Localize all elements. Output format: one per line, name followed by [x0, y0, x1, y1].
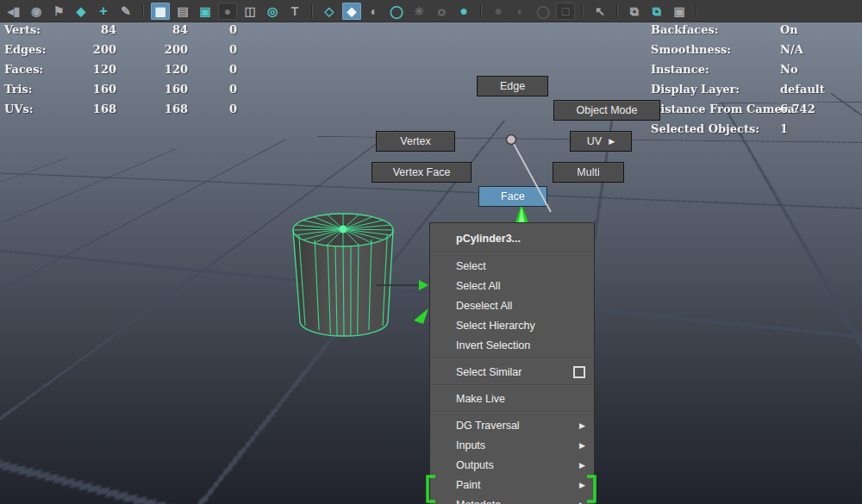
- fog-icon[interactable]: ◯: [534, 3, 553, 20]
- menu-item-inputs[interactable]: Inputs▶: [430, 435, 594, 455]
- hud-label: Display Layer:: [651, 83, 740, 96]
- menu-item-select-hierarchy[interactable]: Select Hierarchy: [430, 315, 594, 335]
- hud-value: 120: [116, 63, 188, 76]
- hud-value: N/A: [780, 43, 803, 56]
- menu-item-dg-traversal[interactable]: DG Traversal▶: [430, 415, 594, 435]
- snapshot-icon[interactable]: ⧉: [625, 3, 644, 20]
- film-gate-icon[interactable]: ▤: [173, 3, 192, 20]
- hud-value: 6.742: [780, 103, 815, 115]
- menu-separator: [432, 358, 592, 359]
- viewport-toolbar: ◂▮ ◉ ⚑ ◆ + ✎ ▦ ▤ ▣ ● ◫ ◎ T ◇ ◆ ◐ ◯ ✳ ☼ ●…: [0, 0, 862, 22]
- hud-value: 200: [66, 43, 116, 56]
- isolate-select-icon[interactable]: □: [556, 3, 575, 20]
- hud-value: 160: [116, 83, 188, 96]
- hud-label: Smoothness:: [651, 43, 731, 56]
- marking-menu-vertex[interactable]: Vertex: [376, 131, 455, 152]
- viewport-3d[interactable]: Verts:84840 Edges:2002000 Faces:1201200 …: [0, 22, 862, 504]
- xray-icon[interactable]: ✳: [409, 3, 428, 20]
- marking-menu-object-mode[interactable]: Object Mode: [553, 100, 660, 121]
- safe-action-icon[interactable]: ◎: [263, 3, 282, 20]
- hud-value: 168: [66, 103, 116, 115]
- marking-menu-edge[interactable]: Edge: [477, 76, 548, 96]
- snapshot-active-icon[interactable]: ⧉: [647, 3, 666, 20]
- wireframe-cube-icon[interactable]: ◇: [320, 3, 339, 20]
- marking-menu-face[interactable]: Face: [478, 186, 547, 207]
- hud-value: On: [780, 23, 798, 36]
- submenu-arrow-icon: ▶: [609, 137, 615, 146]
- hud-value: 168: [116, 103, 188, 115]
- bookmark-icon[interactable]: ⚑: [49, 3, 68, 20]
- submenu-arrow-icon: ▶: [579, 441, 585, 450]
- hud-value: 120: [66, 63, 116, 76]
- motion-blur-icon[interactable]: ●: [489, 3, 508, 20]
- hud-label: UVs:: [4, 103, 66, 115]
- hud-value: 200: [116, 43, 188, 56]
- toolbar-separator: [480, 4, 482, 18]
- hud-label: Edges:: [4, 43, 66, 56]
- marking-menu-multi[interactable]: Multi: [553, 162, 624, 183]
- context-menu-title[interactable]: pCylinder3...: [430, 227, 594, 249]
- shaded-cube-icon[interactable]: ◆: [342, 3, 361, 20]
- move-tool-icon[interactable]: +: [94, 3, 113, 20]
- toolbar-separator: [582, 4, 584, 18]
- image-plane-icon[interactable]: ▣: [670, 3, 689, 20]
- context-menu: pCylinder3... Select Select All Deselect…: [429, 222, 595, 504]
- toolbar-separator: [311, 4, 313, 18]
- hud-label: Instance:: [651, 63, 709, 76]
- hud-value: 0: [188, 103, 237, 115]
- menu-separator: [432, 252, 592, 253]
- submenu-arrow-icon: ▶: [579, 501, 585, 504]
- hud-value: 0: [188, 63, 237, 76]
- select-cursor-icon[interactable]: ↖: [590, 3, 609, 20]
- hud-value: No: [780, 63, 798, 76]
- hud-label: Verts:: [4, 23, 66, 36]
- hud-label: Faces:: [4, 63, 66, 76]
- hud-label: Distance From Camera:: [651, 103, 799, 115]
- toolbar-separator: [142, 4, 144, 18]
- menu-item-make-live[interactable]: Make Live: [430, 389, 594, 408]
- movie-camera-icon[interactable]: ◂▮: [4, 3, 23, 20]
- submenu-arrow-icon: ▶: [579, 481, 585, 489]
- menu-item-select-all[interactable]: Select All: [430, 276, 594, 296]
- menu-separator: [432, 411, 592, 413]
- camera-aim-icon[interactable]: ◉: [27, 3, 46, 20]
- hud-value: 84: [66, 23, 116, 36]
- menu-separator: [432, 384, 592, 386]
- toolbar-separator: [616, 4, 618, 18]
- pencil-tool-icon[interactable]: ✎: [116, 3, 135, 20]
- toolbar-separator: [696, 4, 697, 18]
- menu-item-select[interactable]: Select: [430, 256, 594, 276]
- resolution-gate-icon[interactable]: ▣: [196, 3, 215, 20]
- maya-viewport-app: ◂▮ ◉ ⚑ ◆ + ✎ ▦ ▤ ▣ ● ◫ ◎ T ◇ ◆ ◐ ◯ ✳ ☼ ●…: [0, 0, 862, 504]
- hud-value: 84: [116, 23, 188, 36]
- marking-menu-uv[interactable]: UV▶: [570, 131, 632, 152]
- hud-value: 160: [66, 83, 116, 96]
- option-box-icon[interactable]: [573, 366, 585, 378]
- grid-toggle-icon[interactable]: ▦: [151, 3, 170, 20]
- textured-shading-icon[interactable]: ◐: [365, 3, 384, 20]
- hud-label: Backfaces:: [651, 23, 719, 36]
- menu-item-select-similar[interactable]: Select Similar: [430, 362, 594, 382]
- menu-item-paint[interactable]: Paint▶: [430, 475, 594, 495]
- lighting-icon[interactable]: ☼: [432, 3, 451, 20]
- shadows-icon[interactable]: ●: [454, 3, 473, 20]
- submenu-arrow-icon: ▶: [579, 461, 585, 470]
- hud-label: Tris:: [4, 83, 66, 96]
- safe-title-icon[interactable]: T: [285, 3, 304, 20]
- menu-item-invert-selection[interactable]: Invert Selection: [430, 335, 594, 355]
- submenu-arrow-icon: ▶: [579, 421, 585, 430]
- menu-item-outputs[interactable]: Outputs▶: [430, 455, 594, 475]
- hud-value: 0: [188, 23, 237, 36]
- crystal-tool-icon[interactable]: ◆: [72, 3, 91, 20]
- depth-of-field-icon[interactable]: ◐: [511, 3, 530, 20]
- field-chart-icon[interactable]: ◫: [240, 3, 259, 20]
- hud-label: Selected Objects:: [651, 122, 759, 135]
- hud-value: default: [780, 83, 825, 96]
- gate-mask-icon[interactable]: ●: [218, 3, 237, 20]
- hud-value: 0: [188, 43, 237, 56]
- menu-item-deselect-all[interactable]: Deselect All: [430, 296, 594, 315]
- hud-value: 1: [780, 122, 788, 135]
- menu-item-metadata[interactable]: Metadata▶: [430, 495, 594, 504]
- wireframe-on-shaded-icon[interactable]: ◯: [387, 3, 406, 20]
- marking-menu-vertex-face[interactable]: Vertex Face: [372, 162, 472, 183]
